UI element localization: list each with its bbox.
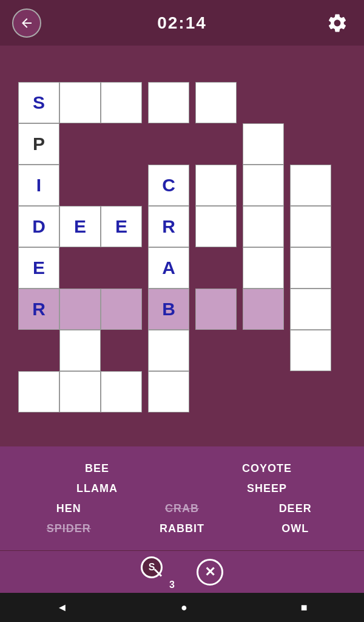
nav-home[interactable]: ● — [181, 601, 187, 614]
word-hen[interactable]: HEN — [20, 502, 117, 515]
search-tool-button[interactable]: S 3 — [141, 556, 172, 588]
grid-cell[interactable]: E — [59, 206, 101, 247]
crossword-grid-area: SPICDEEREARB — [0, 46, 364, 446]
grid-cell[interactable] — [59, 371, 101, 412]
grid-cell[interactable] — [195, 289, 237, 330]
search-icon: S 3 — [141, 556, 172, 588]
grid-cell[interactable]: I — [18, 165, 59, 206]
grid-cell[interactable] — [59, 82, 101, 123]
grid-cell[interactable] — [243, 206, 284, 247]
word-crab[interactable]: CRAB — [133, 502, 231, 515]
word-coyote[interactable]: COYOTE — [218, 462, 315, 475]
grid-cell[interactable] — [59, 289, 101, 330]
grid-cell[interactable]: R — [148, 206, 189, 247]
grid-cell[interactable] — [195, 206, 237, 247]
nav-recents[interactable]: ■ — [301, 601, 308, 614]
word-rabbit[interactable]: RABBIT — [133, 522, 231, 535]
grid-cell[interactable]: R — [18, 289, 59, 330]
grid-cell[interactable]: E — [18, 247, 59, 289]
cancel-icon: ✕ — [204, 564, 215, 580]
grid-cell[interactable] — [290, 247, 331, 289]
grid-cell[interactable] — [101, 371, 142, 412]
word-row-3: HEN CRAB DEER — [12, 502, 352, 515]
timer-display: 02:14 — [157, 13, 207, 33]
grid-cell[interactable] — [243, 123, 284, 165]
grid-cell[interactable]: B — [148, 289, 189, 330]
grid-cell[interactable] — [243, 165, 284, 206]
word-sheep[interactable]: SHEEP — [218, 482, 315, 495]
grid-cell[interactable]: C — [148, 165, 189, 206]
word-llama[interactable]: LLAMA — [49, 482, 146, 495]
search-letter: S — [149, 562, 155, 573]
grid-cell[interactable]: D — [18, 206, 59, 247]
grid-cell[interactable] — [290, 289, 331, 330]
settings-button[interactable] — [323, 9, 352, 38]
grid-cell[interactable]: E — [101, 206, 142, 247]
word-bee[interactable]: BEE — [49, 462, 146, 475]
word-deer[interactable]: DEER — [247, 502, 344, 515]
word-spider[interactable]: SPIDER — [20, 522, 117, 535]
grid-cell[interactable] — [59, 330, 101, 371]
back-button[interactable] — [12, 9, 41, 38]
grid-cell[interactable] — [101, 82, 142, 123]
grid-cell[interactable] — [18, 371, 59, 412]
top-bar: 02:14 — [0, 0, 364, 46]
grid-cell[interactable]: S — [18, 82, 59, 123]
grid-cell[interactable] — [148, 82, 189, 123]
word-row-4: SPIDER RABBIT OWL — [12, 522, 352, 535]
word-list: BEE COYOTE LLAMA SHEEP HEN CRAB DEER SPI… — [0, 446, 364, 550]
search-count: 3 — [169, 579, 175, 590]
bottom-toolbar: S 3 ✕ — [0, 550, 364, 593]
grid-cell[interactable]: A — [148, 247, 189, 289]
grid-cell[interactable] — [243, 247, 284, 289]
grid-cell[interactable] — [195, 82, 237, 123]
nav-back[interactable]: ◄ — [56, 601, 67, 614]
grid-cell[interactable] — [195, 165, 237, 206]
word-row-1: BEE COYOTE — [12, 462, 352, 475]
cancel-button[interactable]: ✕ — [197, 559, 223, 586]
grid-cell[interactable] — [101, 289, 142, 330]
grid-cell[interactable] — [148, 330, 189, 371]
word-owl[interactable]: OWL — [247, 522, 344, 535]
grid-cell[interactable] — [290, 165, 331, 206]
android-nav-bar: ◄ ● ■ — [0, 593, 364, 622]
grid-cell[interactable] — [290, 330, 331, 371]
grid-cell[interactable] — [290, 206, 331, 247]
grid-cell[interactable] — [243, 289, 284, 330]
grid-cell[interactable] — [148, 371, 189, 412]
grid-cell[interactable]: P — [18, 123, 59, 165]
crossword-grid[interactable]: SPICDEEREARB — [12, 76, 352, 416]
word-row-2: LLAMA SHEEP — [12, 482, 352, 495]
